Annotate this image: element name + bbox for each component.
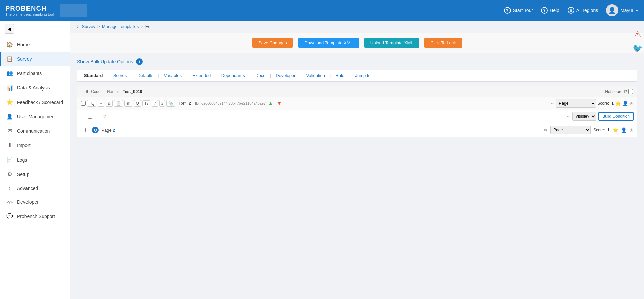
tab-variables[interactable]: Variables: [160, 70, 186, 81]
move-up-icon[interactable]: ▲: [267, 100, 274, 107]
sidebar-toggle[interactable]: ◀: [0, 21, 70, 37]
q-score-value: 1: [607, 128, 610, 132]
bulk-update-plus-icon[interactable]: +: [136, 58, 143, 65]
sidebar-item-advanced[interactable]: ↕ Advanced: [0, 181, 70, 195]
tab-defaults[interactable]: Defaults: [133, 70, 158, 81]
sidebar-item-feedback-scorecard[interactable]: ⭐ Feedback / Scorecard: [0, 95, 70, 109]
setup-icon: ⚙: [6, 171, 13, 177]
sidebar-item-home[interactable]: 🏠 Home: [0, 37, 70, 52]
q-person-icon: 👤: [621, 127, 627, 133]
attachment-icon[interactable]: 📎: [166, 100, 175, 107]
q-row-checkbox[interactable]: [81, 128, 86, 132]
help-button[interactable]: ? Help: [541, 7, 559, 14]
breadcrumb-manage-templates[interactable]: Manage Templates: [102, 24, 139, 29]
tab-developer[interactable]: Developer: [272, 70, 300, 81]
sidebar-item-setup[interactable]: ⚙ Setup: [0, 167, 70, 181]
score-display: Score: 1: [597, 101, 614, 106]
survey-icon: 📋: [6, 56, 13, 62]
upload-xml-button[interactable]: Upload Template XML: [364, 38, 419, 48]
tab-extended[interactable]: Extended: [188, 70, 215, 81]
sidebar-item-logs[interactable]: 📄 Logs: [0, 153, 70, 167]
sidebar-item-user-management[interactable]: 👤 User Management: [0, 109, 70, 124]
main-layout: ◀ 🏠 Home 📋 Survey 👥 Participants 📊 Data …: [0, 21, 644, 299]
tab-docs[interactable]: Docs: [251, 70, 269, 81]
tab-rule[interactable]: Rule: [331, 70, 348, 81]
score-label: Score:: [597, 101, 609, 106]
sidebar-item-label: Feedback / Scorecard: [17, 100, 63, 105]
star-icon: ★: [629, 101, 634, 106]
start-tour-label: Start Tour: [513, 8, 533, 13]
logo: [60, 4, 87, 17]
text-format-icon[interactable]: T↕: [142, 100, 150, 106]
tab-scores[interactable]: Scores: [109, 70, 131, 81]
help-q-icon[interactable]: ?: [152, 100, 158, 107]
click-to-lock-button[interactable]: Click To Lock: [424, 38, 462, 48]
regions-label: All regions: [576, 8, 598, 13]
feedback-icon: ⭐: [6, 99, 13, 105]
tab-dependants[interactable]: Dependants: [217, 70, 249, 81]
sidebar-item-developer[interactable]: </> Developer: [0, 195, 70, 209]
data-icon: 📊: [6, 84, 13, 91]
bulk-update-row: Show Bulk Update Options +: [77, 58, 637, 65]
edit-pencil-icon[interactable]: ✏: [551, 101, 554, 106]
gold-icon: ⭐: [615, 101, 621, 106]
sub-edit-icon[interactable]: ✏: [567, 114, 570, 119]
download-xml-button[interactable]: Download Template XML: [298, 38, 359, 48]
sub-row-checkbox[interactable]: [88, 114, 92, 119]
section-checkbox[interactable]: [81, 101, 86, 106]
sidebar-item-data-analysis[interactable]: 📊 Data & Analysis: [0, 80, 70, 95]
sidebar-item-communication[interactable]: ✉ Communication: [0, 124, 70, 138]
sidebar-item-probench-support[interactable]: 💬 Probench Support: [0, 209, 70, 223]
breadcrumb: > Survey > Manage Templates > Edit: [70, 21, 644, 33]
sidebar-item-survey[interactable]: 📋 Survey: [0, 52, 70, 66]
alert-icon[interactable]: ⚠: [634, 29, 641, 39]
start-tour-button[interactable]: ? Start Tour: [504, 7, 533, 14]
q-icon[interactable]: Q: [134, 100, 141, 107]
q-edit-icon[interactable]: ✏: [544, 128, 548, 133]
tab-standard[interactable]: Standard: [80, 70, 107, 81]
ref-label: Ref:: [179, 101, 187, 106]
visible-select[interactable]: Visible?: [572, 112, 596, 121]
name-label: Name:: [107, 89, 119, 94]
q-star-icon: ★: [629, 127, 634, 133]
user-menu[interactable]: 👤 Mayur ▼: [606, 4, 639, 16]
info-icon[interactable]: ℹ: [159, 100, 165, 107]
not-scored-container: Not scored?: [605, 89, 633, 94]
sidebar-item-participants[interactable]: 👥 Participants: [0, 66, 70, 80]
save-changes-button[interactable]: Save Changes: [252, 38, 293, 48]
collapse-sidebar-button[interactable]: ◀: [5, 24, 14, 34]
tab-jump-to[interactable]: Jump to: [351, 70, 375, 81]
sidebar: ◀ 🏠 Home 📋 Survey 👥 Participants 📊 Data …: [0, 21, 70, 299]
move-down-icon[interactable]: ▼: [276, 100, 283, 107]
participants-icon: 👥: [6, 70, 13, 76]
not-scored-checkbox[interactable]: [628, 89, 633, 94]
support-icon: 💬: [6, 213, 13, 219]
add-question-button[interactable]: +Q: [87, 100, 96, 107]
regions-button[interactable]: ⊕ All regions: [568, 7, 598, 14]
breadcrumb-sep2: >: [97, 24, 100, 29]
help-label: Help: [550, 8, 559, 13]
paste-icon[interactable]: 📋: [114, 100, 123, 107]
breadcrumb-edit: Edit: [145, 24, 153, 29]
delete-icon[interactable]: 🗑: [124, 100, 132, 107]
home-icon: 🏠: [6, 41, 13, 48]
sidebar-item-label: Communication: [17, 128, 50, 134]
copy-icon[interactable]: ⧉: [106, 100, 113, 107]
sidebar-item-import[interactable]: ⬇ Import: [0, 138, 70, 153]
q-page-select[interactable]: Page: [550, 126, 591, 134]
breadcrumb-survey[interactable]: Survey: [82, 24, 95, 29]
sidebar-item-label: Data & Analysis: [17, 85, 50, 91]
toolbar-row: +Q ✂ ⧉ 📋 🗑 Q T↕ ? ℹ 📎 Ref: 2 ID:: [77, 97, 637, 110]
page-select[interactable]: Page: [556, 99, 596, 108]
cut-icon[interactable]: ✂: [98, 100, 104, 107]
q-score-display: Score: 1: [593, 128, 610, 132]
sidebar-item-label: Probench Support: [17, 214, 55, 219]
developer-icon: </>: [6, 200, 13, 205]
bulk-update-link[interactable]: Show Bulk Update Options: [77, 59, 133, 64]
tab-validation[interactable]: Validation: [302, 70, 329, 81]
twitter-icon[interactable]: 🐦: [633, 44, 643, 53]
build-condition-button[interactable]: Build Condition: [598, 112, 634, 121]
sidebar-item-label: Setup: [17, 172, 30, 177]
action-bar: Save Changes Download Template XML Uploa…: [70, 33, 644, 53]
help-icon: ?: [541, 7, 548, 14]
